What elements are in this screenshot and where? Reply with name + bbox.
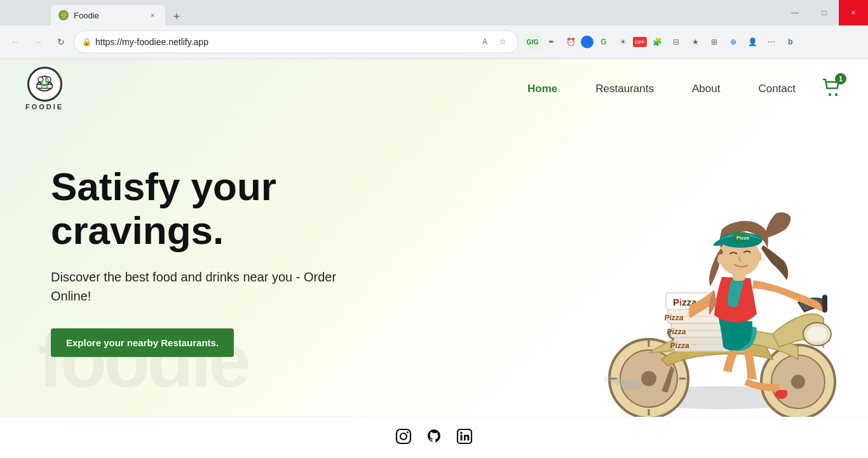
tab-close-button[interactable]: × xyxy=(147,10,158,20)
extension-circle[interactable] xyxy=(581,36,593,48)
nav-home[interactable]: Home xyxy=(527,83,557,95)
svg-rect-55 xyxy=(397,429,410,443)
refresh-button[interactable]: ↻ xyxy=(51,32,71,52)
svg-point-22 xyxy=(791,375,805,389)
favorites[interactable]: ★ xyxy=(686,33,704,51)
extension-red[interactable]: OFF xyxy=(633,37,647,47)
bing-chat[interactable]: ⊕ xyxy=(724,33,742,51)
svg-point-11 xyxy=(835,93,837,95)
logo-text: FOODIE xyxy=(25,103,64,111)
svg-point-57 xyxy=(407,431,409,433)
github-icon[interactable] xyxy=(425,428,443,445)
extension-g[interactable]: G xyxy=(595,33,613,51)
tab-favicon: 🍔 xyxy=(58,10,69,20)
svg-point-54 xyxy=(756,252,762,262)
extensions-bar: GfG ✒ ⏰ G ☀ OFF 🧩 ⊟ ★ ⊞ ⊕ 👤 ⋯ b xyxy=(524,33,799,51)
svg-line-7 xyxy=(42,81,43,83)
svg-point-53 xyxy=(717,254,724,264)
svg-point-10 xyxy=(829,93,831,95)
hero-content: Satisfy your cravings. Discover the best… xyxy=(51,165,369,356)
svg-text:Pizza: Pizza xyxy=(736,235,750,241)
svg-text:Pizza: Pizza xyxy=(667,327,687,336)
svg-rect-27 xyxy=(822,295,827,313)
nav-restaurants[interactable]: Restaurants xyxy=(595,83,654,95)
hero-title: Satisfy your cravings. xyxy=(51,165,369,252)
delivery-illustration: Pizza Pizza Pizza Pizza xyxy=(550,118,868,417)
url-text: https://my-foodiee.netlify.app xyxy=(95,37,473,47)
logo[interactable]: FOODIE xyxy=(25,67,64,111)
svg-text:Pizza: Pizza xyxy=(670,341,690,350)
address-bar[interactable]: 🔒 https://my-foodiee.netlify.app A ☆ xyxy=(74,30,519,53)
browser-tab[interactable]: 🍔 Foodie × xyxy=(51,5,165,25)
cart-badge: 1 xyxy=(835,73,846,84)
footer-social xyxy=(0,417,868,455)
extension-sun[interactable]: ☀ xyxy=(614,33,632,51)
hero-section: foodie Satisfy your cravings. Discover t… xyxy=(0,118,868,417)
linkedin-icon[interactable] xyxy=(456,428,473,445)
back-button[interactable]: ← xyxy=(5,32,25,52)
svg-point-56 xyxy=(400,433,407,440)
extension-pen[interactable]: ✒ xyxy=(543,33,560,51)
logo-icon xyxy=(27,67,62,102)
bookmark-icon[interactable]: ☆ xyxy=(495,34,510,50)
extension-geeks[interactable]: GfG xyxy=(524,33,541,51)
svg-point-26 xyxy=(807,327,827,342)
profile[interactable]: 👤 xyxy=(743,33,761,51)
hero-illustration: Pizza Pizza Pizza Pizza xyxy=(550,118,868,417)
navbar: FOODIE Home Restaurants About Contact 1 xyxy=(0,59,868,118)
forward-button[interactable]: → xyxy=(28,32,48,52)
translate-icon[interactable]: A xyxy=(477,34,492,50)
website-content: FOODIE Home Restaurants About Contact 1 … xyxy=(0,59,868,417)
svg-point-3 xyxy=(38,77,43,82)
tab-title: Foodie xyxy=(74,11,99,20)
svg-text:Pizza: Pizza xyxy=(664,313,684,322)
svg-rect-59 xyxy=(461,435,463,441)
hero-subtitle: Discover the best food and drinks near y… xyxy=(51,267,369,306)
svg-point-15 xyxy=(641,371,656,386)
minimize-button[interactable]: — xyxy=(780,0,810,25)
extension-puzzle[interactable]: 🧩 xyxy=(648,33,666,51)
browser-chrome: 🍔 Foodie × + — □ × ← → ↻ 🔒 https://my-fo… xyxy=(0,0,868,59)
maximize-button[interactable]: □ xyxy=(810,0,839,25)
cta-button[interactable]: Explore your nearby Restaurants. xyxy=(51,328,234,357)
extension-clock[interactable]: ⏰ xyxy=(562,33,580,51)
nav-about[interactable]: About xyxy=(692,83,720,95)
lock-icon: 🔒 xyxy=(82,37,92,46)
svg-point-60 xyxy=(460,432,463,434)
instagram-icon[interactable] xyxy=(395,428,412,445)
copilot[interactable]: b xyxy=(782,33,799,51)
more-menu[interactable]: ⋯ xyxy=(763,33,780,51)
svg-point-30 xyxy=(604,375,614,382)
split-view[interactable]: ⊟ xyxy=(667,33,685,51)
svg-rect-47 xyxy=(778,390,787,394)
address-bar-icons: A ☆ xyxy=(477,34,510,50)
logo-svg xyxy=(33,73,56,96)
cart-icon[interactable]: 1 xyxy=(821,77,843,101)
browser-toolbar: ← → ↻ 🔒 https://my-foodiee.netlify.app A… xyxy=(0,25,868,58)
new-tab-button[interactable]: + xyxy=(168,8,186,25)
nav-links: Home Restaurants About Contact xyxy=(527,83,796,95)
nav-contact[interactable]: Contact xyxy=(758,83,796,95)
close-button[interactable]: × xyxy=(839,0,868,25)
collections[interactable]: ⊞ xyxy=(705,33,723,51)
